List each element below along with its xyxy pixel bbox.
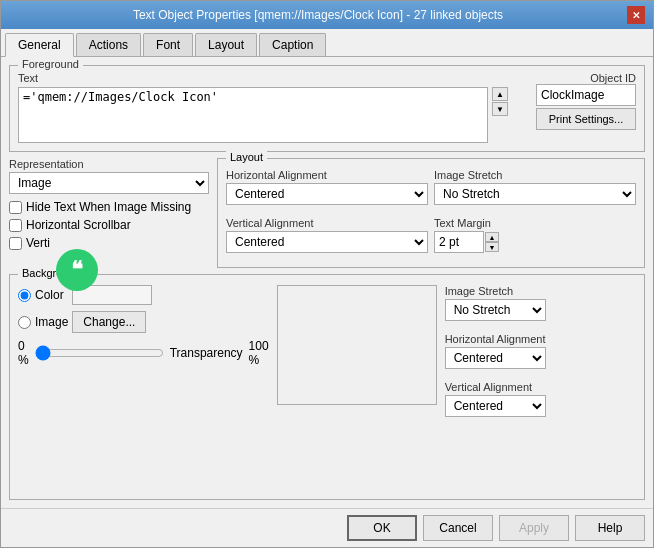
apply-button[interactable]: Apply — [499, 515, 569, 541]
representation-label: Representation — [9, 158, 209, 170]
middle-section: Representation Image Text Both Hide Text… — [9, 158, 645, 268]
scroll-up-button[interactable]: ▲ — [492, 87, 508, 101]
text-label: Text — [18, 72, 508, 84]
v-align-label: Vertical Alignment — [226, 217, 428, 229]
vertical-checkbox[interactable] — [9, 237, 22, 250]
representation-section: Representation Image Text Both Hide Text… — [9, 158, 209, 268]
hide-text-label: Hide Text When Image Missing — [26, 200, 191, 214]
layout-legend: Layout — [226, 151, 267, 163]
bg-h-align-select[interactable]: Centered Left Right — [445, 347, 546, 369]
spin-up-button[interactable]: ▲ — [485, 232, 499, 242]
bg-right-props: Image Stretch No Stretch Stretch Fit Hor… — [445, 285, 546, 423]
vertical-row: Verti — [9, 236, 209, 250]
text-margin-label: Text Margin — [434, 217, 636, 229]
h-align-label: Horizontal Alignment — [226, 169, 428, 181]
checker-preview — [277, 285, 437, 405]
ok-button[interactable]: OK — [347, 515, 417, 541]
tab-content: Foreground Text ='qmem://Images/Clock Ic… — [1, 57, 653, 508]
horizontal-scrollbar-label: Horizontal Scrollbar — [26, 218, 131, 232]
representation-select[interactable]: Image Text Both — [9, 172, 209, 194]
hide-text-checkbox[interactable] — [9, 201, 22, 214]
spin-down-button[interactable]: ▼ — [485, 242, 499, 252]
h-align-select[interactable]: Centered Left Right — [226, 183, 428, 205]
horizontal-scrollbar-checkbox[interactable] — [9, 219, 22, 232]
layout-section: Layout Horizontal Alignment Centered Lef… — [217, 158, 645, 268]
print-settings-button[interactable]: Print Settings... — [536, 108, 636, 130]
help-button[interactable]: Help — [575, 515, 645, 541]
transparency-slider[interactable] — [35, 345, 164, 361]
bg-controls: Color Image Change... 0 % Transparency 1… — [18, 285, 269, 423]
transparency-label: Transparency — [170, 346, 243, 360]
image-stretch-label: Image Stretch — [434, 169, 636, 181]
color-radio[interactable] — [18, 289, 31, 302]
image-radio[interactable] — [18, 316, 31, 329]
image-radio-row: Image Change... — [18, 311, 269, 333]
image-stretch-select[interactable]: No Stretch Stretch Fit — [434, 183, 636, 205]
bg-v-align-select[interactable]: Centered Top Bottom — [445, 395, 546, 417]
bg-image-stretch-select[interactable]: No Stretch Stretch Fit — [445, 299, 546, 321]
transparency-pct-left: 0 % — [18, 339, 29, 367]
hide-text-row: Hide Text When Image Missing — [9, 200, 209, 214]
close-button[interactable]: ✕ — [627, 6, 645, 24]
vertical-label: Verti — [26, 236, 50, 250]
bg-v-align-label: Vertical Alignment — [445, 381, 546, 393]
bottom-bar: OK Cancel Apply Help — [1, 508, 653, 547]
object-id-input[interactable] — [536, 84, 636, 106]
quote-icon-overlay: ❝ — [56, 249, 98, 291]
text-input[interactable]: ='qmem://Images/Clock Icon' — [18, 87, 488, 143]
change-button[interactable]: Change... — [72, 311, 146, 333]
color-radio-row: Color — [18, 285, 269, 305]
v-align-select[interactable]: Centered Top Bottom — [226, 231, 428, 253]
transparency-row: 0 % Transparency 100 % — [18, 339, 269, 367]
tab-layout[interactable]: Layout — [195, 33, 257, 56]
color-label: Color — [35, 288, 64, 302]
transparency-pct-right: 100 % — [249, 339, 269, 367]
tab-font[interactable]: Font — [143, 33, 193, 56]
scrollbar: ▲ ▼ — [492, 87, 508, 143]
cancel-button[interactable]: Cancel — [423, 515, 493, 541]
tab-caption[interactable]: Caption — [259, 33, 326, 56]
object-id-label: Object ID — [590, 72, 636, 84]
scroll-down-button[interactable]: ▼ — [492, 102, 508, 116]
tab-general[interactable]: General — [5, 33, 74, 57]
tab-bar: General Actions Font Layout Caption — [1, 29, 653, 57]
bg-image-stretch-label: Image Stretch — [445, 285, 546, 297]
background-section: Background Color Image Change... — [9, 274, 645, 500]
main-window: Text Object Properties [qmem://Images/Cl… — [0, 0, 654, 548]
foreground-section: Foreground Text ='qmem://Images/Clock Ic… — [9, 65, 645, 152]
foreground-legend: Foreground — [18, 58, 83, 70]
title-bar: Text Object Properties [qmem://Images/Cl… — [1, 1, 653, 29]
quote-icon-symbol: ❝ — [71, 259, 83, 281]
image-label: Image — [35, 315, 68, 329]
window-title: Text Object Properties [qmem://Images/Cl… — [9, 8, 627, 22]
tab-actions[interactable]: Actions — [76, 33, 141, 56]
horizontal-scrollbar-row: Horizontal Scrollbar — [9, 218, 209, 232]
text-margin-input[interactable] — [434, 231, 484, 253]
bg-h-align-label: Horizontal Alignment — [445, 333, 546, 345]
